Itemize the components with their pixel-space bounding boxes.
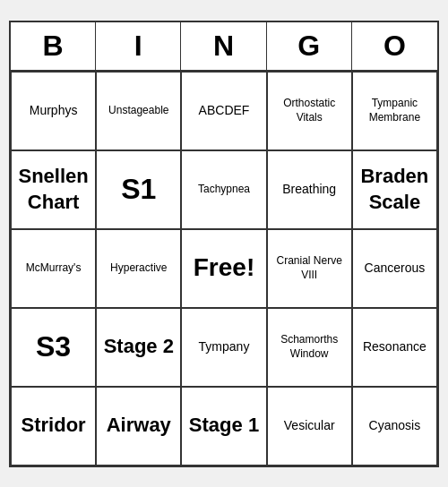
bingo-cell-15[interactable]: S3 bbox=[11, 308, 96, 387]
bingo-cell-8[interactable]: Breathing bbox=[267, 150, 352, 229]
bingo-cell-20[interactable]: Stridor bbox=[11, 387, 96, 466]
bingo-grid: MurphysUnstageableABCDEFOrthostatic Vita… bbox=[11, 72, 437, 466]
bingo-cell-23[interactable]: Vesicular bbox=[267, 387, 352, 466]
cell-text-22: Stage 1 bbox=[189, 413, 259, 439]
cell-text-0: Murphys bbox=[30, 102, 78, 118]
bingo-cell-7[interactable]: Tachypnea bbox=[181, 150, 266, 229]
cell-text-4: Tympanic Membrane bbox=[357, 97, 433, 124]
cell-text-21: Airway bbox=[107, 413, 171, 439]
cell-text-17: Tympany bbox=[199, 338, 250, 355]
cell-text-3: Orthostatic Vitals bbox=[271, 97, 348, 124]
bingo-cell-12[interactable]: Free! bbox=[181, 229, 266, 308]
bingo-cell-11[interactable]: Hyperactive bbox=[96, 229, 181, 308]
cell-text-11: Hyperactive bbox=[110, 261, 167, 276]
cell-text-19: Resonance bbox=[363, 338, 426, 355]
header-n: N bbox=[181, 22, 266, 70]
bingo-header: B I N G O bbox=[11, 22, 437, 72]
cell-text-10: McMurray's bbox=[26, 261, 82, 276]
cell-text-8: Breathing bbox=[282, 181, 336, 197]
header-o: O bbox=[352, 22, 437, 70]
bingo-cell-6[interactable]: S1 bbox=[96, 150, 181, 229]
cell-text-7: Tachypnea bbox=[198, 183, 250, 197]
cell-text-20: Stridor bbox=[22, 413, 86, 439]
bingo-cell-3[interactable]: Orthostatic Vitals bbox=[267, 72, 352, 150]
cell-text-15: S3 bbox=[36, 329, 71, 366]
cell-text-12: Free! bbox=[194, 252, 254, 284]
cell-text-14: Cancerous bbox=[365, 260, 426, 276]
bingo-cell-21[interactable]: Airway bbox=[96, 387, 181, 466]
bingo-cell-9[interactable]: Braden Scale bbox=[352, 150, 437, 229]
cell-text-6: S1 bbox=[121, 171, 156, 209]
bingo-cell-2[interactable]: ABCDEF bbox=[181, 72, 266, 150]
bingo-cell-5[interactable]: Snellen Chart bbox=[11, 150, 96, 229]
bingo-cell-10[interactable]: McMurray's bbox=[11, 229, 96, 308]
bingo-cell-14[interactable]: Cancerous bbox=[352, 229, 437, 308]
cell-text-5: Snellen Chart bbox=[15, 164, 91, 215]
cell-text-13: Cranial Nerve VIII bbox=[271, 254, 348, 282]
cell-text-2: ABCDEF bbox=[199, 102, 250, 118]
bingo-cell-18[interactable]: Schamorths Window bbox=[267, 308, 352, 387]
bingo-card: B I N G O MurphysUnstageableABCDEFOrthos… bbox=[9, 21, 439, 467]
bingo-cell-1[interactable]: Unstageable bbox=[96, 72, 181, 150]
bingo-cell-22[interactable]: Stage 1 bbox=[181, 387, 266, 466]
bingo-cell-4[interactable]: Tympanic Membrane bbox=[352, 72, 437, 150]
header-g: G bbox=[267, 22, 352, 70]
cell-text-23: Vesicular bbox=[284, 417, 335, 433]
bingo-cell-24[interactable]: Cyanosis bbox=[352, 387, 437, 466]
cell-text-9: Braden Scale bbox=[357, 164, 433, 215]
header-i: I bbox=[96, 22, 181, 70]
bingo-cell-13[interactable]: Cranial Nerve VIII bbox=[267, 229, 352, 308]
cell-text-16: Stage 2 bbox=[104, 334, 174, 360]
bingo-cell-17[interactable]: Tympany bbox=[181, 308, 266, 387]
bingo-cell-19[interactable]: Resonance bbox=[352, 308, 437, 387]
bingo-cell-16[interactable]: Stage 2 bbox=[96, 308, 181, 387]
cell-text-1: Unstageable bbox=[108, 104, 168, 118]
bingo-cell-0[interactable]: Murphys bbox=[11, 72, 96, 150]
cell-text-24: Cyanosis bbox=[369, 417, 421, 433]
header-b: B bbox=[11, 22, 96, 70]
cell-text-18: Schamorths Window bbox=[271, 333, 348, 361]
